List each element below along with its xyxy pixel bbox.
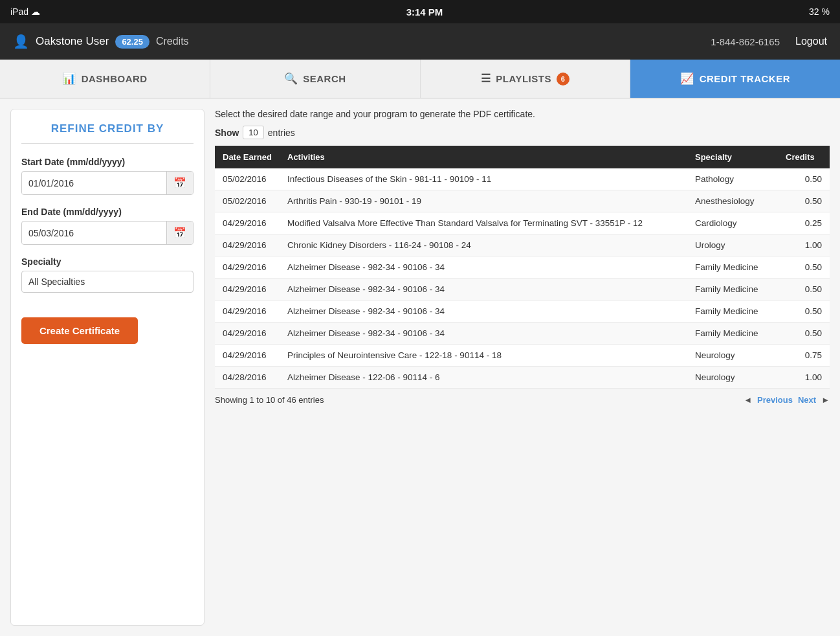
start-date-label: Start Date (mm/dd/yyyy) xyxy=(21,157,193,167)
nav-tabs: 📊 DASHBOARD 🔍 SEARCH ☰ PLAYLISTS 6 📈 CRE… xyxy=(0,60,840,98)
cell-specialty: Family Medicine xyxy=(687,301,778,323)
cell-credits: 1.00 xyxy=(778,234,830,256)
pagination-info: Showing 1 to 10 of 46 entries xyxy=(215,395,324,405)
start-date-calendar-icon[interactable]: 📅 xyxy=(166,172,193,194)
cell-activity: Alzheimer Disease - 982-34 - 90106 - 34 xyxy=(280,256,687,278)
tab-playlists[interactable]: ☰ PLAYLISTS 6 xyxy=(421,60,631,98)
show-entries-row: Show 10 entries xyxy=(215,126,830,139)
search-icon: 🔍 xyxy=(284,72,298,85)
status-time: 3:14 PM xyxy=(406,6,443,17)
cell-credits: 0.75 xyxy=(778,345,830,367)
tab-search[interactable]: 🔍 SEARCH xyxy=(210,60,421,98)
cell-date: 05/02/2016 xyxy=(215,168,280,190)
content-description: Select the desired date range and your p… xyxy=(215,109,830,119)
main-content: REFINE CREDIT BY Start Date (mm/dd/yyyy)… xyxy=(0,98,840,636)
cell-credits: 0.50 xyxy=(778,278,830,301)
cell-credits: 1.00 xyxy=(778,367,830,389)
tab-dashboard-label: DASHBOARD xyxy=(82,73,148,84)
start-date-group: Start Date (mm/dd/yyyy) 📅 xyxy=(21,157,193,195)
start-date-input[interactable] xyxy=(22,173,166,194)
cell-activity: Alzheimer Disease - 982-34 - 90106 - 34 xyxy=(280,278,687,301)
show-count: 10 xyxy=(243,126,263,139)
header-date-earned: Date Earned xyxy=(215,146,280,168)
previous-button[interactable]: Previous xyxy=(757,395,793,405)
end-date-input-wrap: 📅 xyxy=(21,221,193,245)
credits-table: Date Earned Activities Specialty Credits… xyxy=(215,146,830,389)
cell-date: 04/28/2016 xyxy=(215,367,280,389)
cell-activity: Modified Valsalva More Effective Than St… xyxy=(280,212,687,234)
cell-date: 04/29/2016 xyxy=(215,212,280,234)
next-button[interactable]: Next xyxy=(798,395,816,405)
tab-credit-tracker[interactable]: 📈 CREDIT TRACKER xyxy=(630,60,840,98)
table-row: 04/29/2016 Modified Valsalva More Effect… xyxy=(215,212,830,234)
table-row: 04/29/2016 Alzheimer Disease - 982-34 - … xyxy=(215,323,830,345)
cell-credits: 0.50 xyxy=(778,168,830,190)
header-activities: Activities xyxy=(280,146,687,168)
cell-activity: Alzheimer Disease - 982-34 - 90106 - 34 xyxy=(280,301,687,323)
phone-number: 1-844-862-6165 xyxy=(711,36,780,47)
cell-specialty: Urology xyxy=(687,234,778,256)
cell-specialty: Anesthesiology xyxy=(687,190,778,212)
end-date-group: End Date (mm/dd/yyyy) 📅 xyxy=(21,207,193,245)
tab-search-label: SEARCH xyxy=(303,73,346,84)
table-row: 04/29/2016 Alzheimer Disease - 982-34 - … xyxy=(215,256,830,278)
table-row: 04/28/2016 Alzheimer Disease - 122-06 - … xyxy=(215,367,830,389)
tab-playlists-label: PLAYLISTS xyxy=(496,73,551,84)
content-panel: Select the desired date range and your p… xyxy=(215,109,830,626)
cell-credits: 0.50 xyxy=(778,323,830,345)
cell-activity: Infectious Diseases of the Skin - 981-11… xyxy=(280,168,687,190)
pagination-row: Showing 1 to 10 of 46 entries ◄ Previous… xyxy=(215,389,830,405)
tab-dashboard[interactable]: 📊 DASHBOARD xyxy=(0,60,210,98)
header-right: 1-844-862-6165 Logout xyxy=(711,36,827,47)
status-battery: 32 % xyxy=(809,6,830,17)
table-row: 04/29/2016 Principles of Neurointensive … xyxy=(215,345,830,367)
cell-credits: 0.25 xyxy=(778,212,830,234)
header-bar: 👤 Oakstone User 62.25 Credits 1-844-862-… xyxy=(0,23,840,60)
playlists-badge: 6 xyxy=(557,73,569,85)
cell-date: 04/29/2016 xyxy=(215,278,280,301)
cell-date: 04/29/2016 xyxy=(215,345,280,367)
cell-specialty: Family Medicine xyxy=(687,323,778,345)
cell-specialty: Neurology xyxy=(687,367,778,389)
previous-arrow-icon: ◄ xyxy=(744,395,752,405)
playlists-icon: ☰ xyxy=(481,72,491,85)
cell-date: 04/29/2016 xyxy=(215,234,280,256)
pagination-controls: ◄ Previous Next ► xyxy=(744,395,830,405)
end-date-label: End Date (mm/dd/yyyy) xyxy=(21,207,193,217)
cell-specialty: Neurology xyxy=(687,345,778,367)
entries-label: entries xyxy=(268,128,295,138)
show-label: Show xyxy=(215,128,239,138)
logout-button[interactable]: Logout xyxy=(795,36,827,47)
cell-specialty: Family Medicine xyxy=(687,278,778,301)
cell-credits: 0.50 xyxy=(778,256,830,278)
dashboard-icon: 📊 xyxy=(62,72,76,85)
end-date-calendar-icon[interactable]: 📅 xyxy=(166,221,193,244)
cell-date: 04/29/2016 xyxy=(215,301,280,323)
cell-specialty: Pathology xyxy=(687,168,778,190)
cell-date: 05/02/2016 xyxy=(215,190,280,212)
cell-specialty: Family Medicine xyxy=(687,256,778,278)
table-row: 04/29/2016 Chronic Kidney Disorders - 11… xyxy=(215,234,830,256)
cell-activity: Arthritis Pain - 930-19 - 90101 - 19 xyxy=(280,190,687,212)
create-certificate-button[interactable]: Create Certificate xyxy=(21,317,138,344)
cell-date: 04/29/2016 xyxy=(215,323,280,345)
tab-credit-tracker-label: CREDIT TRACKER xyxy=(700,73,790,84)
cell-specialty: Cardiology xyxy=(687,212,778,234)
sidebar: REFINE CREDIT BY Start Date (mm/dd/yyyy)… xyxy=(10,109,204,626)
credit-tracker-icon: 📈 xyxy=(680,72,694,85)
user-icon: 👤 xyxy=(13,34,29,49)
ipad-label: iPad ☁ xyxy=(10,6,40,17)
header-left: 👤 Oakstone User 62.25 Credits xyxy=(13,34,189,49)
status-bar: iPad ☁ 3:14 PM 32 % xyxy=(0,0,840,23)
table-row: 05/02/2016 Arthritis Pain - 930-19 - 901… xyxy=(215,190,830,212)
cell-credits: 0.50 xyxy=(778,301,830,323)
specialty-group: Specialty All Specialties xyxy=(21,256,193,293)
end-date-input[interactable] xyxy=(22,223,166,244)
specialty-select[interactable]: All Specialties xyxy=(21,271,193,293)
next-arrow-icon: ► xyxy=(821,395,830,405)
cell-credits: 0.50 xyxy=(778,190,830,212)
cell-date: 04/29/2016 xyxy=(215,256,280,278)
cell-activity: Principles of Neurointensive Care - 122-… xyxy=(280,345,687,367)
credits-label: Credits xyxy=(156,36,189,47)
header-credits: Credits xyxy=(778,146,830,168)
